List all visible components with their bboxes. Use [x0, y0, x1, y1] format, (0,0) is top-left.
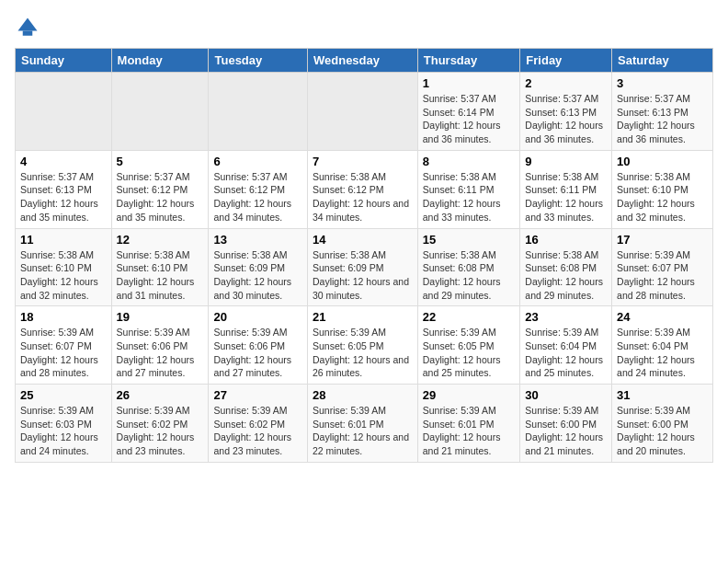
day-info: Sunrise: 5:39 AM Sunset: 6:06 PM Dayligh…	[213, 326, 302, 380]
calendar-cell: 19Sunrise: 5:39 AM Sunset: 6:06 PM Dayli…	[111, 306, 209, 385]
calendar-cell: 2Sunrise: 5:37 AM Sunset: 6:13 PM Daylig…	[520, 73, 612, 151]
day-number: 26	[117, 388, 204, 402]
day-info: Sunrise: 5:38 AM Sunset: 6:11 PM Dayligh…	[525, 170, 607, 224]
calendar-cell: 28Sunrise: 5:39 AM Sunset: 6:01 PM Dayli…	[307, 385, 417, 463]
day-header-tuesday: Tuesday	[209, 49, 308, 73]
day-info: Sunrise: 5:39 AM Sunset: 6:04 PM Dayligh…	[525, 326, 607, 380]
week-row-5: 25Sunrise: 5:39 AM Sunset: 6:03 PM Dayli…	[16, 385, 713, 463]
day-number: 6	[213, 155, 302, 168]
calendar-cell: 23Sunrise: 5:39 AM Sunset: 6:04 PM Dayli…	[520, 306, 612, 385]
day-number: 21	[313, 310, 413, 324]
calendar-cell: 18Sunrise: 5:39 AM Sunset: 6:07 PM Dayli…	[16, 306, 112, 385]
day-number: 15	[423, 233, 516, 247]
day-number: 25	[20, 388, 107, 402]
day-info: Sunrise: 5:38 AM Sunset: 6:10 PM Dayligh…	[20, 248, 107, 303]
calendar-cell: 8Sunrise: 5:38 AM Sunset: 6:11 PM Daylig…	[417, 150, 520, 228]
day-info: Sunrise: 5:39 AM Sunset: 6:02 PM Dayligh…	[117, 404, 204, 458]
week-row-2: 4Sunrise: 5:37 AM Sunset: 6:13 PM Daylig…	[16, 150, 713, 228]
week-row-3: 11Sunrise: 5:38 AM Sunset: 6:10 PM Dayli…	[16, 228, 713, 306]
logo	[15, 15, 44, 40]
day-number: 22	[423, 310, 516, 324]
calendar-cell: 14Sunrise: 5:38 AM Sunset: 6:09 PM Dayli…	[307, 228, 417, 306]
day-number: 10	[617, 155, 708, 168]
calendar-cell: 30Sunrise: 5:39 AM Sunset: 6:00 PM Dayli…	[520, 385, 612, 463]
calendar-cell: 31Sunrise: 5:39 AM Sunset: 6:00 PM Dayli…	[612, 385, 713, 463]
day-number: 2	[525, 76, 607, 90]
day-info: Sunrise: 5:37 AM Sunset: 6:13 PM Dayligh…	[525, 92, 607, 146]
day-number: 28	[313, 388, 413, 402]
day-info: Sunrise: 5:38 AM Sunset: 6:08 PM Dayligh…	[525, 248, 607, 303]
day-number: 16	[525, 233, 607, 247]
day-info: Sunrise: 5:39 AM Sunset: 6:07 PM Dayligh…	[20, 326, 107, 380]
calendar-cell: 11Sunrise: 5:38 AM Sunset: 6:10 PM Dayli…	[16, 228, 112, 306]
day-info: Sunrise: 5:39 AM Sunset: 6:00 PM Dayligh…	[617, 404, 708, 458]
day-number: 4	[20, 155, 107, 168]
week-row-1: 1Sunrise: 5:37 AM Sunset: 6:14 PM Daylig…	[16, 73, 713, 151]
svg-marker-0	[18, 18, 38, 31]
page-header	[15, 15, 713, 40]
calendar-cell	[111, 73, 209, 151]
day-number: 9	[525, 155, 607, 168]
day-header-monday: Monday	[111, 49, 209, 73]
calendar-cell: 12Sunrise: 5:38 AM Sunset: 6:10 PM Dayli…	[111, 228, 209, 306]
day-number: 30	[525, 388, 607, 402]
day-info: Sunrise: 5:39 AM Sunset: 6:06 PM Dayligh…	[117, 326, 204, 380]
calendar-cell	[16, 73, 112, 151]
calendar-cell	[209, 73, 308, 151]
calendar-cell: 24Sunrise: 5:39 AM Sunset: 6:04 PM Dayli…	[612, 306, 713, 385]
day-number: 17	[617, 233, 708, 247]
calendar-cell: 26Sunrise: 5:39 AM Sunset: 6:02 PM Dayli…	[111, 385, 209, 463]
calendar-header: SundayMondayTuesdayWednesdayThursdayFrid…	[16, 49, 713, 73]
calendar-cell: 22Sunrise: 5:39 AM Sunset: 6:05 PM Dayli…	[417, 306, 520, 385]
calendar-cell: 1Sunrise: 5:37 AM Sunset: 6:14 PM Daylig…	[417, 73, 520, 151]
calendar-cell: 27Sunrise: 5:39 AM Sunset: 6:02 PM Dayli…	[209, 385, 308, 463]
day-number: 13	[213, 233, 302, 247]
day-number: 23	[525, 310, 607, 324]
day-info: Sunrise: 5:37 AM Sunset: 6:12 PM Dayligh…	[117, 170, 204, 224]
day-header-wednesday: Wednesday	[307, 49, 417, 73]
day-info: Sunrise: 5:38 AM Sunset: 6:12 PM Dayligh…	[313, 170, 413, 224]
day-header-saturday: Saturday	[612, 49, 713, 73]
calendar-cell: 25Sunrise: 5:39 AM Sunset: 6:03 PM Dayli…	[16, 385, 112, 463]
days-of-week-row: SundayMondayTuesdayWednesdayThursdayFrid…	[16, 49, 713, 73]
calendar-cell: 10Sunrise: 5:38 AM Sunset: 6:10 PM Dayli…	[612, 150, 713, 228]
day-number: 12	[117, 233, 204, 247]
calendar-cell: 13Sunrise: 5:38 AM Sunset: 6:09 PM Dayli…	[209, 228, 308, 306]
day-number: 7	[313, 155, 413, 168]
calendar-cell: 4Sunrise: 5:37 AM Sunset: 6:13 PM Daylig…	[16, 150, 112, 228]
day-info: Sunrise: 5:38 AM Sunset: 6:11 PM Dayligh…	[423, 170, 516, 224]
day-number: 18	[20, 310, 107, 324]
calendar-cell: 3Sunrise: 5:37 AM Sunset: 6:13 PM Daylig…	[612, 73, 713, 151]
day-number: 24	[617, 310, 708, 324]
calendar-cell	[307, 73, 417, 151]
calendar-body: 1Sunrise: 5:37 AM Sunset: 6:14 PM Daylig…	[16, 73, 713, 463]
day-info: Sunrise: 5:39 AM Sunset: 6:02 PM Dayligh…	[213, 404, 302, 458]
calendar-cell: 9Sunrise: 5:38 AM Sunset: 6:11 PM Daylig…	[520, 150, 612, 228]
calendar-cell: 5Sunrise: 5:37 AM Sunset: 6:12 PM Daylig…	[111, 150, 209, 228]
day-info: Sunrise: 5:39 AM Sunset: 6:07 PM Dayligh…	[617, 248, 708, 303]
day-info: Sunrise: 5:38 AM Sunset: 6:09 PM Dayligh…	[213, 248, 302, 303]
day-number: 14	[313, 233, 413, 247]
calendar-table: SundayMondayTuesdayWednesdayThursdayFrid…	[15, 48, 713, 463]
day-number: 1	[423, 76, 516, 90]
day-number: 31	[617, 388, 708, 402]
calendar-cell: 20Sunrise: 5:39 AM Sunset: 6:06 PM Dayli…	[209, 306, 308, 385]
day-number: 27	[213, 388, 302, 402]
day-header-friday: Friday	[520, 49, 612, 73]
calendar-cell: 6Sunrise: 5:37 AM Sunset: 6:12 PM Daylig…	[209, 150, 308, 228]
day-info: Sunrise: 5:39 AM Sunset: 6:01 PM Dayligh…	[423, 404, 516, 458]
day-number: 8	[423, 155, 516, 168]
day-info: Sunrise: 5:38 AM Sunset: 6:08 PM Dayligh…	[423, 248, 516, 303]
calendar-cell: 15Sunrise: 5:38 AM Sunset: 6:08 PM Dayli…	[417, 228, 520, 306]
day-number: 20	[213, 310, 302, 324]
logo-icon	[15, 15, 40, 40]
calendar-cell: 7Sunrise: 5:38 AM Sunset: 6:12 PM Daylig…	[307, 150, 417, 228]
calendar-cell: 21Sunrise: 5:39 AM Sunset: 6:05 PM Dayli…	[307, 306, 417, 385]
day-info: Sunrise: 5:38 AM Sunset: 6:09 PM Dayligh…	[313, 248, 413, 303]
day-info: Sunrise: 5:39 AM Sunset: 6:01 PM Dayligh…	[313, 404, 413, 458]
calendar-cell: 29Sunrise: 5:39 AM Sunset: 6:01 PM Dayli…	[417, 385, 520, 463]
day-info: Sunrise: 5:38 AM Sunset: 6:10 PM Dayligh…	[117, 248, 204, 303]
day-info: Sunrise: 5:39 AM Sunset: 6:05 PM Dayligh…	[423, 326, 516, 380]
day-info: Sunrise: 5:38 AM Sunset: 6:10 PM Dayligh…	[617, 170, 708, 224]
day-info: Sunrise: 5:37 AM Sunset: 6:13 PM Dayligh…	[20, 170, 107, 224]
